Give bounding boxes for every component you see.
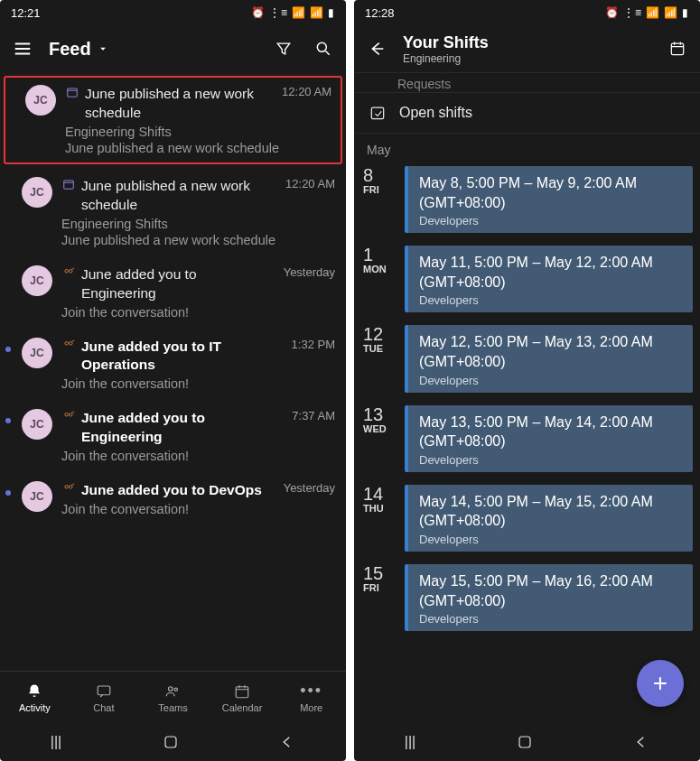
filter-button[interactable] [270,35,297,62]
feed-time: 12:20 AM [285,177,335,190]
feed-sub: Engineering Shifts [61,217,335,231]
shift-time: May 15, 5:00 PM – May 16, 2:00 AM (GMT+0… [419,571,682,610]
feed-item[interactable]: JC+June added you to DevOpsYesterdayJoin… [0,472,346,525]
svg-point-3 [65,269,69,273]
open-shifts-label: Open shifts [399,105,472,121]
svg-rect-15 [98,686,110,695]
plus-icon: + [653,669,667,698]
svg-point-6 [65,341,69,345]
filter-icon [275,40,293,58]
more-icon: ••• [300,682,322,701]
battery-icon: ▮ [328,6,335,19]
feed-item[interactable]: JC+June added you to Engineering7:37 AMJ… [0,400,346,472]
phone-shifts: 12:28 ⏰ ⋮≡ 📶 📶 ▮ Your Shifts Engineering [354,0,700,761]
shift-date: 12TUE [363,325,396,397]
feed-list[interactable]: JCJune published a new work schedule12:2… [0,72,346,671]
app-header: Your Shifts Engineering [354,25,700,72]
nav-calendar[interactable]: Calendar [208,672,277,723]
shift-card[interactable]: May 12, 5:00 PM – May 13, 2:00 AM (GMT+0… [405,325,693,392]
recent-apps-button[interactable]: ||| [405,734,415,750]
shift-row[interactable]: 15FRIMay 15, 5:00 PM – May 16, 2:00 AM (… [354,561,693,640]
svg-rect-22 [519,737,530,747]
people-icon: + [61,481,76,496]
shift-card[interactable]: May 13, 5:00 PM – May 14, 2:00 AM (GMT+0… [405,405,693,472]
open-shifts-icon [369,104,387,122]
header-title-text: Feed [49,39,91,60]
feed-item[interactable]: JCJune published a new work schedule12:2… [0,168,346,256]
feed-title: June added you to DevOps [81,481,273,500]
home-button[interactable] [517,734,533,750]
alarm-icon: ⏰ [251,6,266,19]
feed-time: 7:37 AM [292,409,335,422]
nav-chat[interactable]: Chat [70,672,139,723]
svg-rect-20 [671,43,683,54]
home-button[interactable] [163,734,179,750]
feed-title: June added you to Engineering [81,265,273,303]
search-button[interactable] [310,35,337,62]
app-header: Feed [0,25,346,72]
requests-row[interactable]: Requests [354,72,700,92]
nav-teams[interactable]: Teams [138,672,208,723]
shift-group: Developers [419,374,682,387]
nav-label: More [300,702,322,713]
shift-card[interactable]: May 14, 5:00 PM – May 15, 2:00 AM (GMT+0… [405,485,693,552]
unread-indicator [9,85,16,155]
shift-row[interactable]: 12TUEMay 12, 5:00 PM – May 13, 2:00 AM (… [354,321,693,401]
header-subtitle: Engineering [403,52,651,65]
nav-label: Teams [158,702,187,713]
calendar-today-button[interactable] [664,35,691,62]
shift-list[interactable]: 8FRIMay 8, 5:00 PM – May 9, 2:00 AM (GMT… [354,162,700,723]
people-icon: + [61,265,76,280]
shift-date: 15FRI [363,564,396,636]
avatar: JC [25,85,56,116]
feed-item[interactable]: JC+June added you to EngineeringYesterda… [0,256,346,329]
bell-icon [26,682,42,701]
feed-time: Yesterday [284,265,335,279]
back-button[interactable] [363,35,390,62]
shift-card[interactable]: May 11, 5:00 PM – May 12, 2:00 AM (GMT+0… [405,246,693,312]
header-title-dropdown[interactable]: Feed [49,39,257,60]
shift-group: Developers [419,293,682,307]
battery-icon: ▮ [682,6,689,19]
shift-time: May 13, 5:00 PM – May 14, 2:00 AM (GMT+0… [419,413,682,451]
shift-row[interactable]: 1MONMay 11, 5:00 PM – May 12, 2:00 AM (G… [354,242,693,321]
shift-row[interactable]: 14THUMay 14, 5:00 PM – May 15, 2:00 AM (… [354,481,693,561]
svg-text:+: + [72,339,75,343]
recent-apps-button[interactable]: ||| [51,734,61,750]
arrow-left-icon [367,39,387,59]
feed-item[interactable]: JCJune published a new work schedule12:2… [4,76,342,164]
shift-row[interactable]: 8FRIMay 8, 5:00 PM – May 9, 2:00 AM (GMT… [354,162,693,242]
hamburger-icon [13,39,33,59]
open-shifts-row[interactable]: Open shifts [354,92,700,134]
feed-sub: June published a new work schedule [65,141,331,155]
feed-sub: Join the conversation! [61,502,335,516]
status-time: 12:21 [11,6,41,20]
svg-point-17 [175,688,178,691]
shift-time: May 11, 5:00 PM – May 12, 2:00 AM (GMT+0… [419,253,682,292]
shift-card[interactable]: May 15, 5:00 PM – May 16, 2:00 AM (GMT+0… [405,564,693,631]
calendar-icon [61,177,76,191]
nav-activity[interactable]: Activity [0,672,70,723]
svg-point-0 [317,42,326,51]
add-shift-fab[interactable]: + [637,660,684,707]
calendar-icon [65,85,79,99]
svg-text:+: + [72,266,75,271]
feed-sub: Join the conversation! [61,376,335,391]
back-button[interactable] [279,734,295,750]
feed-sub: June published a new work schedule [61,233,335,247]
wifi-icon: ⋮≡ [269,6,288,19]
feed-time: 12:20 AM [282,85,331,98]
nav-label: Calendar [222,702,263,713]
nav-more[interactable]: •••More [276,672,346,723]
svg-point-16 [169,686,173,691]
search-icon [314,40,332,58]
avatar: JC [22,265,52,296]
header-title: Your Shifts [403,33,651,52]
shift-row[interactable]: 13WEDMay 13, 5:00 PM – May 14, 2:00 AM (… [354,402,693,481]
android-nav: ||| [354,723,700,761]
signal-icon: 📶 [646,6,660,19]
shift-card[interactable]: May 8, 5:00 PM – May 9, 2:00 AM (GMT+08:… [405,166,693,233]
menu-button[interactable] [9,35,36,62]
back-button[interactable] [633,734,649,750]
feed-item[interactable]: JC+June added you to IT Operations1:32 P… [0,329,346,401]
